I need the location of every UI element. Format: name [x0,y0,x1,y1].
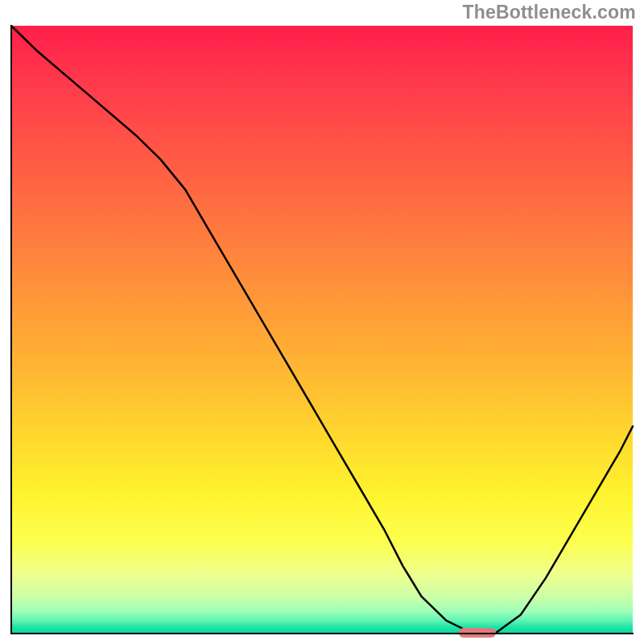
bottleneck-curve-line [11,26,633,633]
chart-container: TheBottleneck.com [0,0,644,644]
y-axis-line [10,26,12,634]
chart-overlay-svg [11,26,633,633]
watermark-text: TheBottleneck.com [462,2,636,23]
x-axis-line [10,633,634,634]
